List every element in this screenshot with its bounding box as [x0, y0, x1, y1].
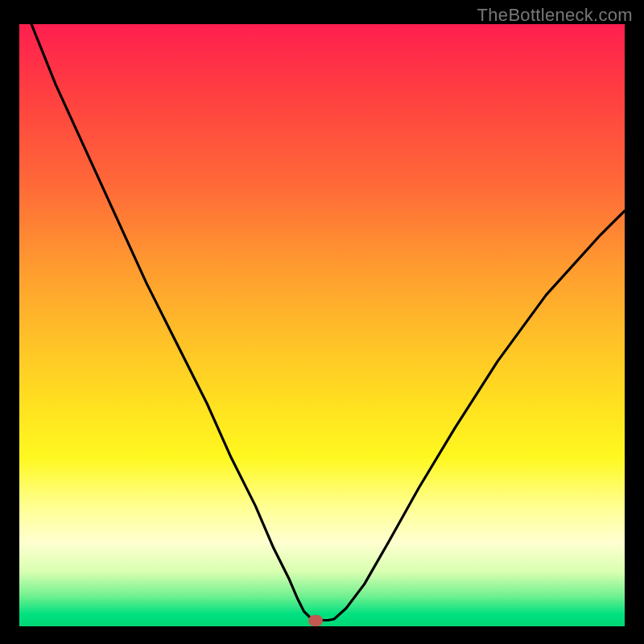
bottleneck-curve	[19, 24, 625, 626]
plot-area	[19, 24, 625, 626]
optimal-point-marker	[308, 615, 323, 626]
chart-frame: TheBottleneck.com	[0, 0, 644, 644]
watermark-text: TheBottleneck.com	[477, 5, 633, 26]
